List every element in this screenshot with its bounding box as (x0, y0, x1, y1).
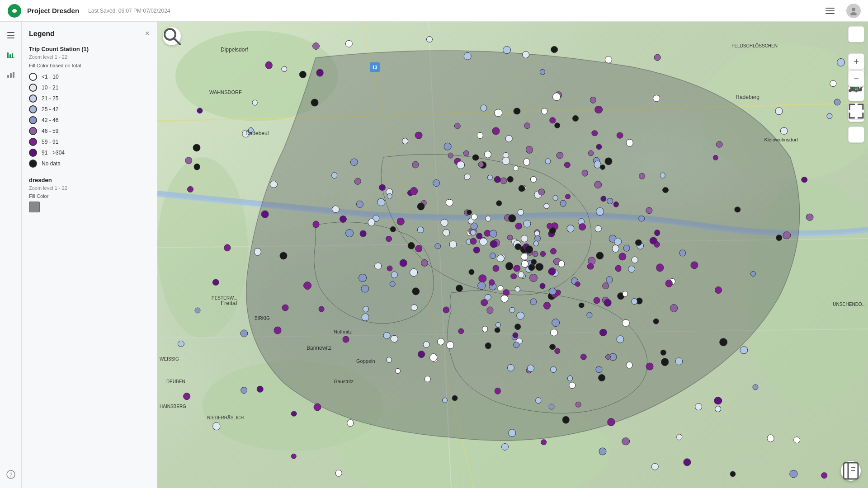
legend-item-0: <1 - 10 (29, 73, 150, 81)
legend-section-dresden: dresden Zoom level 1 - 22 Fill Color (29, 177, 150, 212)
zoom-out-button[interactable]: − (848, 70, 864, 87)
legend-circle-3 (29, 105, 37, 113)
legend-close-button[interactable]: × (145, 29, 150, 38)
legend-section1-zoom: Zoom level 1 - 22 (29, 54, 150, 60)
legend-panel: Legend × Trip Count Station (1) Zoom lev… (22, 22, 157, 488)
legend-circle-5 (29, 127, 37, 135)
map-book-button[interactable] (841, 461, 861, 481)
svg-rect-11 (9, 54, 11, 58)
svg-line-31 (175, 39, 180, 44)
legend-circle-6 (29, 138, 37, 146)
legend-item-label-2: 21 - 25 (42, 95, 58, 102)
legend-item-label-4: 42 - 46 (42, 117, 58, 123)
legend-fill-color-label: Fill Color (29, 193, 150, 199)
svg-rect-16 (13, 72, 14, 78)
svg-point-1 (13, 9, 16, 13)
svg-rect-9 (7, 38, 14, 38)
legend-circle-0 (29, 73, 37, 81)
legend-item-label-1: 10 - 21 (42, 84, 58, 91)
app-logo (7, 4, 22, 18)
svg-rect-7 (7, 32, 14, 33)
zoom-controls: + − (848, 53, 864, 87)
legend-item-2: 21 - 25 (29, 94, 150, 103)
legend-circle-4 (29, 116, 37, 124)
user-avatar[interactable] (846, 4, 861, 18)
legend-item-label-5: 46 - 59 (42, 128, 58, 134)
legend-item-8: No data (29, 160, 150, 168)
legend-fill-label: Fill Color based on total (29, 62, 150, 69)
svg-rect-12 (12, 53, 13, 58)
legend-item-5: 46 - 59 (29, 127, 150, 135)
svg-point-5 (852, 8, 855, 11)
legend-header: Legend × (29, 29, 150, 38)
svg-rect-14 (7, 75, 9, 78)
legend-circle-7 (29, 149, 37, 157)
legend-item-label-0: <1 - 10 (42, 74, 59, 80)
legend-item-4: 42 - 46 (29, 116, 150, 124)
svg-point-6 (850, 12, 857, 15)
nav-chart-icon[interactable] (3, 47, 19, 63)
svg-rect-4 (826, 13, 835, 14)
legend-item-1: 10 - 21 (29, 84, 150, 92)
legend-item-label-6: 59 - 91 (42, 139, 58, 145)
topbar: Project Dresden Last Saved: 06:07 PM 07/… (0, 0, 868, 22)
legend-section2-title: dresden (29, 177, 150, 183)
map-search-button[interactable] (163, 27, 181, 45)
svg-rect-15 (10, 73, 12, 78)
svg-point-30 (165, 29, 175, 40)
svg-rect-2 (826, 8, 835, 9)
svg-rect-10 (7, 52, 9, 58)
legend-item-label-8: No data (42, 160, 61, 167)
legend-item-label-3: 25 - 42 (42, 106, 58, 113)
legend-title: Legend (29, 30, 55, 38)
legend-circle-2 (29, 94, 37, 103)
left-nav: ? (0, 22, 22, 488)
legend-item-6: 59 - 91 (29, 138, 150, 146)
map-container[interactable]: + − Radeberg Radebeul WAHNSDORF Freital … (157, 22, 868, 488)
svg-rect-8 (7, 35, 14, 36)
svg-point-42 (849, 89, 852, 92)
zoom-in-button[interactable]: + (848, 53, 864, 70)
fullscreen-button[interactable] (848, 103, 864, 119)
legend-item-3: 25 - 42 (29, 105, 150, 113)
nav-layers-icon[interactable] (3, 27, 19, 43)
legend-section2-zoom: Zoom level 1 - 22 (29, 185, 150, 191)
map-background (157, 22, 868, 488)
legend-section1-title: Trip Count Station (1) (29, 46, 150, 52)
legend-section-trip-count: Trip Count Station (1) Zoom level 1 - 22… (29, 46, 150, 168)
legend-fill-rect (29, 202, 40, 212)
nav-help-icon[interactable]: ? (3, 466, 19, 483)
legend-circle-8 (29, 160, 37, 168)
nav-stats-icon[interactable] (3, 67, 19, 83)
last-saved: Last Saved: 06:07 PM 07/02/2024 (88, 8, 170, 14)
toolbar-measure-icon[interactable] (848, 127, 864, 143)
legend-items: <1 - 1010 - 2121 - 2525 - 4242 - 4646 - … (29, 73, 150, 168)
project-name: Project Dresden (27, 7, 79, 14)
legend-item-label-7: 91 - >304 (42, 150, 65, 156)
svg-rect-3 (826, 10, 835, 11)
legend-item-7: 91 - >304 (29, 149, 150, 157)
legend-circle-1 (29, 84, 37, 92)
menu-icon[interactable] (823, 4, 837, 18)
svg-text:?: ? (9, 472, 12, 478)
